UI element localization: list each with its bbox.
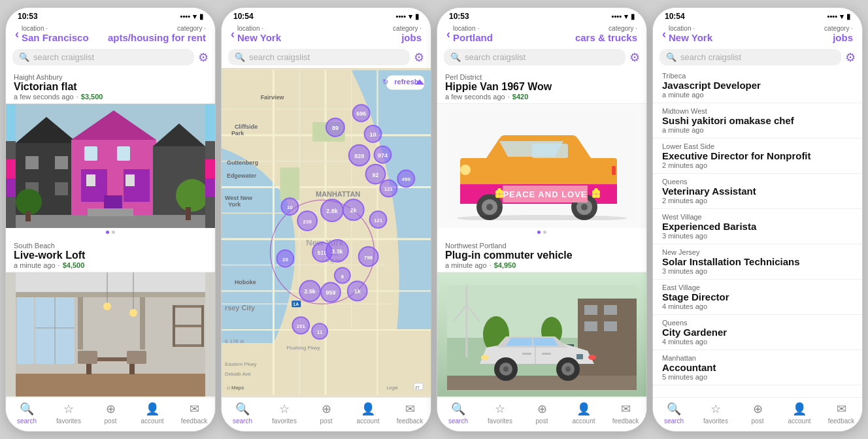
listing-2-meta[interactable]: South Beach Live-work Loft a minute ago … xyxy=(6,236,215,272)
status-bar-3: 10:53 •••• ▾ ▮ xyxy=(437,8,646,22)
svg-text:974: 974 xyxy=(378,152,388,159)
category-section-2: category · jobs xyxy=(393,25,422,44)
svg-text:Hoboke: Hoboke xyxy=(235,280,256,286)
svg-text:2.8k: 2.8k xyxy=(326,208,337,214)
job-item-1[interactable]: Midtown West Sushi yakitori omakase chef… xyxy=(653,103,862,138)
nav-feedback-4[interactable]: ✉ feedback xyxy=(825,402,858,425)
search-input-wrap-3[interactable]: 🔍 search craigslist xyxy=(444,49,626,65)
category-value-4[interactable]: jobs xyxy=(833,32,853,43)
svg-text:⌂ Maps: ⌂ Maps xyxy=(227,385,244,391)
svg-point-161 xyxy=(499,194,503,198)
location-value-1[interactable]: San Francisco xyxy=(22,32,89,43)
search-placeholder-3: search craigslist xyxy=(465,52,526,62)
category-value-3[interactable]: cars & trucks xyxy=(575,32,637,43)
job-item-4[interactable]: West Village Experienced Barista 3 minut… xyxy=(653,209,862,244)
location-left-4[interactable]: ‹ location · New York xyxy=(662,25,712,44)
nav-account-4[interactable]: 👤 account xyxy=(783,402,816,425)
post-nav-label-1: post xyxy=(105,417,117,425)
svg-rect-175 xyxy=(604,321,617,331)
job-6-time: 4 minutes ago xyxy=(662,302,853,310)
search-bar-2: 🔍 search craigslist ⚙ xyxy=(222,46,431,68)
back-arrow-4[interactable]: ‹ xyxy=(662,27,666,41)
job-item-3[interactable]: Queens Veterinary Assistant 2 minutes ag… xyxy=(653,174,862,209)
location-value-2[interactable]: New York xyxy=(237,32,281,43)
nav-account-3[interactable]: 👤 account xyxy=(567,402,600,425)
listing-4-price: $4,950 xyxy=(494,261,516,269)
location-left-1[interactable]: ‹ location · San Francisco xyxy=(15,25,89,44)
job-0-time: a minute ago xyxy=(662,91,853,99)
job-item-8[interactable]: Manhattan Accountant 5 minutes ago xyxy=(653,350,862,385)
category-label-1: category · xyxy=(108,25,206,32)
svg-rect-187 xyxy=(447,376,637,390)
listing-4-meta[interactable]: Northwest Portland Plug-in commuter vehi… xyxy=(437,236,646,272)
search-input-wrap-4[interactable]: 🔍 search craigslist xyxy=(659,49,841,65)
job-item-7[interactable]: Queens City Gardener 4 minutes ago xyxy=(653,315,862,350)
category-value-2[interactable]: jobs xyxy=(401,32,422,43)
location-left-2[interactable]: ‹ location · New York xyxy=(231,25,281,44)
post-nav-label-4: post xyxy=(752,417,764,425)
location-value-3[interactable]: Portland xyxy=(453,32,493,43)
map-area[interactable]: Cliffside Park Fairview Guttenberg Edgew… xyxy=(222,68,431,397)
nav-feedback-1[interactable]: ✉ feedback xyxy=(178,402,210,425)
listing-3-meta[interactable]: Perl District Hippie Van 1967 Wow a few … xyxy=(437,68,646,104)
nav-feedback-2[interactable]: ✉ feedback xyxy=(393,402,426,425)
filter-icon-2[interactable]: ⚙ xyxy=(414,50,424,65)
job-2-time: 2 minutes ago xyxy=(662,161,853,169)
nav-account-2[interactable]: 👤 account xyxy=(352,402,384,425)
search-nav-label-3: search xyxy=(448,417,468,425)
nav-search-3[interactable]: 🔍 search xyxy=(442,402,475,425)
location-left-3[interactable]: ‹ location · Portland xyxy=(446,25,493,44)
back-arrow-2[interactable]: ‹ xyxy=(231,27,235,41)
back-arrow-3[interactable]: ‹ xyxy=(446,27,450,41)
feedback-nav-label-3: feedback xyxy=(612,417,639,425)
search-input-wrap-1[interactable]: 🔍 search craigslist xyxy=(12,49,194,65)
category-value-1[interactable]: apts/housing for rent xyxy=(108,32,206,43)
nav-search-1[interactable]: 🔍 search xyxy=(10,402,43,425)
location-bar-1: ‹ location · San Francisco category · ap… xyxy=(6,22,215,46)
nav-search-4[interactable]: 🔍 search xyxy=(658,402,690,425)
nav-feedback-3[interactable]: ✉ feedback xyxy=(609,402,642,425)
location-value-4[interactable]: New York xyxy=(669,32,712,43)
nav-search-2[interactable]: 🔍 search xyxy=(226,402,259,425)
svg-rect-24 xyxy=(25,211,31,221)
svg-text:Guttenberg: Guttenberg xyxy=(227,159,258,166)
nav-post-1[interactable]: ⊕ post xyxy=(94,402,127,425)
search-input-wrap-2[interactable]: 🔍 search craigslist xyxy=(228,49,410,65)
nav-post-2[interactable]: ⊕ post xyxy=(310,402,342,425)
nav-account-1[interactable]: 👤 account xyxy=(136,402,169,425)
listing-1-meta[interactable]: Haight Ashbury Victorian flat a few seco… xyxy=(6,68,215,104)
svg-text:↻: ↻ xyxy=(382,78,388,86)
filter-icon-3[interactable]: ⚙ xyxy=(629,50,640,65)
nav-favorites-2[interactable]: ☆ favorites xyxy=(268,402,301,425)
listing-3-image-van: PEACE AND LOVE xyxy=(437,104,646,228)
nav-favorites-3[interactable]: ☆ favorites xyxy=(484,402,516,425)
job-item-0[interactable]: Tribeca Javascript Developer a minute ag… xyxy=(653,68,862,103)
job-4-time: 3 minutes ago xyxy=(662,232,853,240)
job-4-neighborhood: West Village xyxy=(662,213,853,221)
search-nav-icon-2: 🔍 xyxy=(235,402,250,416)
job-item-2[interactable]: Lower East Side Executive Director for N… xyxy=(653,138,862,174)
job-item-6[interactable]: East Village Stage Director 4 minutes ag… xyxy=(653,280,862,315)
category-label-3: category · xyxy=(575,25,637,32)
favorites-nav-icon-2: ☆ xyxy=(279,402,290,416)
content-area-1: Haight Ashbury Victorian flat a few seco… xyxy=(6,68,215,397)
listing-3-title: Hippie Van 1967 Wow xyxy=(445,81,639,93)
job-6-neighborhood: East Village xyxy=(662,284,853,291)
svg-rect-34 xyxy=(16,374,205,397)
nav-post-4[interactable]: ⊕ post xyxy=(741,402,774,425)
post-nav-label-2: post xyxy=(320,417,333,425)
filter-icon-1[interactable]: ⚙ xyxy=(198,50,209,65)
filter-icon-4[interactable]: ⚙ xyxy=(845,50,856,65)
nav-favorites-4[interactable]: ☆ favorites xyxy=(699,402,732,425)
nav-favorites-1[interactable]: ☆ favorites xyxy=(52,402,85,425)
search-bar-1: 🔍 search craigslist ⚙ xyxy=(6,46,215,68)
svg-text:1k: 1k xyxy=(354,288,361,295)
svg-rect-33 xyxy=(140,297,145,350)
listing-2-price: $4,500 xyxy=(63,261,85,269)
svg-rect-31 xyxy=(16,292,205,297)
nav-post-3[interactable]: ⊕ post xyxy=(526,402,558,425)
location-label-2: location · xyxy=(237,25,281,32)
back-arrow-1[interactable]: ‹ xyxy=(15,27,19,41)
job-item-5[interactable]: New Jersey Solar Installation Technician… xyxy=(653,244,862,280)
signal-icon-1: •••• xyxy=(180,12,190,20)
